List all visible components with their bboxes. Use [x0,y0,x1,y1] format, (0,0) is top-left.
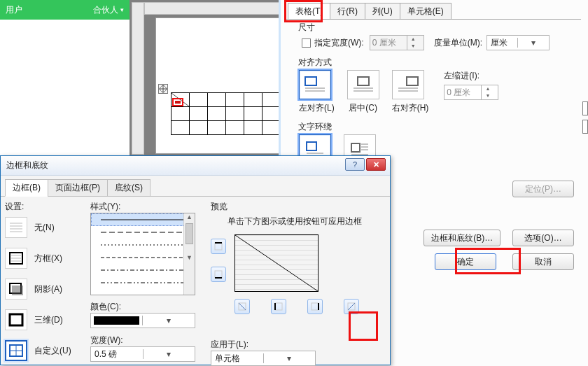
border-top-button[interactable] [211,239,226,254]
help-button[interactable]: ? [345,158,365,171]
preset-box[interactable]: 方框(X) [5,248,82,269]
spec-width-label: 指定宽度(W): [314,37,364,49]
table-cell[interactable] [190,93,208,107]
table-cell-diag[interactable] [172,121,190,135]
preset-custom-label: 自定义(U) [34,345,71,357]
svg-rect-7 [407,77,418,85]
svg-rect-4 [358,77,369,85]
svg-rect-10 [307,142,316,150]
style-scrollbar[interactable]: ▲▼ [183,213,195,295]
border-diag-down-button[interactable] [234,299,250,314]
spec-width-checkbox[interactable] [302,38,311,48]
options-button[interactable]: 选项(O)… [512,230,574,246]
style-item-dashdotdot[interactable] [91,276,195,289]
border-left-button[interactable] [271,299,286,314]
size-group: 尺寸 指定宽度(W): ▲▼ 度量单位(M): 厘米 ▾ [289,27,580,58]
style-item-dot[interactable] [91,239,195,251]
apply-to-value: 单元格 [211,353,263,365]
preset-shadow-icon [5,279,27,300]
align-center-label: 居中(C) [347,102,379,114]
table-cell[interactable] [244,93,262,107]
tab-table[interactable]: 表格(T) [288,3,330,20]
svg-rect-38 [215,243,222,250]
border-diag-up-button[interactable] [344,299,359,314]
cancel-button[interactable]: 取消 [512,253,574,270]
borders-shading-button[interactable]: 边框和底纹(B)… [424,230,500,246]
table-cell[interactable] [226,93,244,107]
table-cell[interactable] [208,121,226,135]
border-right-button[interactable] [307,299,323,314]
chevron-down-icon: ▾ [517,38,549,48]
style-item-dash2[interactable] [91,251,195,264]
border-bottom-button[interactable] [211,267,226,282]
table-cell[interactable] [190,107,208,121]
style-item-dashdot[interactable] [91,264,195,276]
borders-shading-dialog: 边框和底纹 ? ✕ 边框(B) 页面边框(P) 底纹(S) 设置: 无(N) 方… [0,155,391,365]
preview-box[interactable] [234,234,318,292]
table-cell[interactable] [208,93,226,107]
tab-shading[interactable]: 底纹(S) [107,179,150,197]
preset-3d-icon [5,309,27,330]
table-cell[interactable] [244,107,262,121]
chevron-down-icon: ▾ [142,316,195,325]
preset-none-icon [5,217,27,238]
width-spinner[interactable]: ▲▼ [370,35,424,50]
preset-3d-label: 三维(D) [34,314,63,326]
table-cell-diag[interactable] [172,107,190,121]
tab-column[interactable]: 列(U) [365,3,400,20]
tab-page-border[interactable]: 页面边框(P) [48,179,108,197]
align-right-icon [392,70,424,99]
svg-rect-40 [215,271,222,278]
align-center-icon [347,70,379,99]
apply-to-combo[interactable]: 单元格 ▾ [211,351,316,366]
close-button[interactable]: ✕ [366,158,386,171]
width-label: 宽度(W): [90,335,202,346]
document-table[interactable] [171,92,281,135]
table-cell[interactable] [244,121,262,135]
preview-label: 预览 [211,201,379,213]
color-combo[interactable]: ▾ [90,313,195,328]
vertical-ruler[interactable] [132,2,144,155]
horizontal-ruler[interactable] [144,2,281,15]
table-cell[interactable] [262,93,281,107]
header-user[interactable]: 用户 [6,4,93,16]
tab-row[interactable]: 行(R) [330,3,365,20]
align-left-option[interactable]: 左对齐(L) [299,70,335,114]
preset-box-label: 方框(X) [34,253,62,265]
ok-button[interactable]: 确定 [435,253,496,270]
unit-label: 度量单位(M): [434,37,482,49]
tab-cell[interactable]: 单元格(E) [400,3,451,20]
app-header: 用户 合伙人 ▾ [0,0,130,20]
preset-shadow[interactable]: 阴影(A) [5,279,82,300]
indent-spinner[interactable]: ▲▼ [444,85,498,100]
preset-box-icon [5,248,27,269]
preset-custom[interactable]: 自定义(U) [5,340,82,361]
table-cell[interactable] [226,107,244,121]
svg-rect-27 [12,286,23,295]
width-combo[interactable]: 0.5 磅 ▾ [90,346,195,362]
style-item-dash1[interactable] [91,226,195,239]
table-cell[interactable] [226,121,244,135]
preset-3d[interactable]: 三维(D) [5,309,82,330]
unit-combo[interactable]: 厘米 ▾ [486,35,550,50]
chevron-down-icon: ▾ [263,353,316,363]
header-partner[interactable]: 合伙人 [93,4,118,16]
align-right-option[interactable]: 右对齐(H) [392,70,429,114]
preset-none[interactable]: 无(N) [5,217,82,238]
indent-value [444,87,481,97]
style-listbox[interactable]: ▲▼ [90,213,195,295]
preset-none-label: 无(N) [34,222,55,234]
preset-custom-icon [5,340,27,361]
table-cell[interactable] [262,107,281,121]
style-item-solid[interactable] [91,213,195,226]
bs-titlebar[interactable]: 边框和底纹 ? ✕ [1,156,390,176]
table-cell[interactable] [208,107,226,121]
table-cell[interactable] [190,121,208,135]
svg-rect-13 [351,143,360,152]
preset-shadow-label: 阴影(A) [34,283,62,295]
bs-tabs: 边框(B) 页面边框(P) 底纹(S) [1,176,390,197]
tab-borders[interactable]: 边框(B) [5,179,48,197]
table-cell[interactable] [262,121,281,135]
align-center-option[interactable]: 居中(C) [347,70,379,114]
table-move-handle-icon[interactable] [158,84,168,94]
